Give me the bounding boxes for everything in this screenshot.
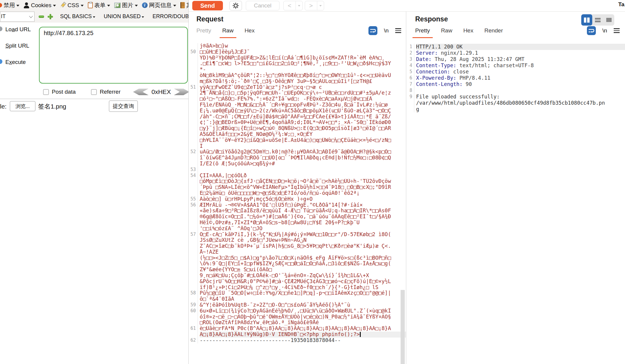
toolbar-item-person[interactable]: Cookies: [24, 2, 56, 9]
toolbar-item-block[interactable]: 禁用: [1, 1, 19, 9]
tab-raw[interactable]: Raw: [438, 27, 455, 38]
hackbar-tab-strip: IT SQL BASICSUNION BASEDERROR/DOUBLE QUE: [0, 10, 188, 23]
toolbar-item-info[interactable]: i网页信息: [142, 1, 176, 9]
tab-render[interactable]: Render: [482, 27, 505, 38]
code-row: ÆIMrÄLù -¬®©V>À$ÂA1°Ó£'□lÙ5f□)úÞgÊ."©LðÓ…: [200, 202, 406, 208]
code-line-rows: yÿÃ□□FwÕÈZ`Ú9¢□ZeT1Ô'à□z"j?sÞ²□cq·□¬æ c2…: [198, 84, 406, 149]
wrap-lines-icon[interactable]: [587, 26, 596, 35]
hackbar-action-load-url[interactable]: Load URL: [5, 26, 31, 33]
toolbar-item-book[interactable]: 其他功能: [180, 1, 188, 9]
response-pretty-content[interactable]: 1HTTP/1.1 200 OK2Server: nginx/1.29.13Da…: [406, 44, 625, 364]
hackbar-menu-item[interactable]: SQL BASICS: [60, 13, 95, 20]
add-tab-icon[interactable]: [48, 14, 53, 19]
tab-hex[interactable]: Hex: [461, 27, 476, 38]
preset-select[interactable]: IT: [0, 12, 35, 22]
toolbar-item-label: CSS: [68, 2, 79, 9]
cancel-button[interactable]: Cancel: [246, 1, 279, 10]
code-row: óî®»z~□ë_□~□ÀÖþ¬þû°□é'ÔWm±ÅY□ÜÕò|v□é□ò□)…: [200, 314, 406, 320]
hackbar-action-execute[interactable]: Execute: [5, 59, 26, 65]
browse-file-button[interactable]: 浏览...: [10, 101, 35, 111]
code-line: 4Content-Type: text/html; charset=UTF-8: [406, 62, 625, 69]
toolbar-item-image[interactable]: 图片: [114, 1, 138, 9]
newline-toggle-icon[interactable]: \n: [602, 27, 607, 34]
next-arrow-label[interactable]: >: [305, 1, 317, 10]
response-header-row: Content-Length: 90: [416, 81, 625, 87]
code-line: 8: [406, 87, 625, 94]
send-button[interactable]: Send: [192, 1, 223, 10]
inspector-header: Send Cancel < >: [189, 0, 625, 12]
tab-raw[interactable]: Raw: [220, 27, 236, 38]
header-value: 90: [462, 81, 472, 87]
response-header-row: Content-Type: text/html; charset=UTF-8: [416, 62, 625, 69]
code-line-rows: HTTP/1.1 200 OK: [414, 44, 625, 50]
code-line: 59&^Y¦ëâÞóîb%ÜqtB-¯z»2Z°□Õ-Ó□"□s£oAG¨åÝ¼…: [189, 302, 406, 308]
line-number: 59: [189, 302, 198, 308]
code-row: 9¸n□áK□Ùu;Ççôþ¯#□LÖÅék-□Õ'¨¾á=ënO¤-ZqÇw\…: [200, 273, 406, 279]
prev-arrow-label[interactable]: <: [284, 1, 296, 10]
newline-toggle-icon[interactable]: \n: [384, 27, 389, 34]
header-name: X-Powered-By:: [416, 75, 456, 81]
code-row: (½□□><J□Z□5□_□$A)□g°p\åo7L□Ó□X¡näÔñ$_eFg…: [200, 255, 406, 261]
settings-button[interactable]: [229, 1, 242, 10]
code-row: ®6g@Æ8õïc¤Ó□□Ì.°□¼ó=*)#[□aÅ6'){©o,¨□ä`úó…: [200, 214, 406, 220]
layout-rows-button[interactable]: [592, 14, 603, 26]
post-data-option[interactable]: Post data: [43, 89, 76, 95]
code-row: Z¥°&æée{YÝÓ□± S□ui(õÀõ□: [200, 267, 406, 273]
header-name: Server:: [416, 50, 438, 56]
next-dropdown[interactable]: [317, 1, 324, 10]
request-raw-content[interactable]: j®ãÃ>b□}w50□□ûH□Ê]ëèµ¾J□ÊJ¯ÝD)%Ð²YþÔNP□Ì…: [189, 43, 406, 364]
code-row: î`ôíwGE^â4JµnD?□ROô´□□ÙÖ[o□`´ÞÔ¶ÏlÃÐðq¡c…: [200, 155, 406, 161]
hex-encode-arrow-icon[interactable]: [174, 88, 188, 96]
url-input[interactable]: [39, 27, 188, 84]
line-number: 53: [189, 167, 198, 173]
code-line: 52uÁü□/Ø□iÝõåô2g2@C5DmÝ□.k0¦n@?ê:µ¥DÁ©ÄJ…: [189, 149, 406, 167]
clipboard-icon: [88, 2, 93, 8]
prev-request-button[interactable]: <: [283, 1, 303, 10]
action-icon: [0, 59, 2, 64]
response-header-row: Connection: close: [416, 69, 625, 75]
code-line: 5Connection: close: [406, 69, 625, 75]
toolbar-item-pencil[interactable]: CSS: [60, 2, 84, 9]
hex-decode-arrow-icon[interactable]: [133, 88, 149, 96]
remove-tab-icon[interactable]: [39, 15, 44, 18]
response-title: Response: [415, 15, 448, 23]
wrap-lines-icon[interactable]: [368, 26, 377, 35]
tab-pretty[interactable]: Pretty: [412, 27, 433, 38]
hackbar-menu-label: SQL BASICS: [60, 13, 92, 20]
code-line: 62-----------------------------193501838…: [189, 338, 406, 343]
referrer-option[interactable]: Referrer: [91, 89, 121, 95]
pane-menu-icon[interactable]: [395, 28, 401, 33]
hex-encoder-label: 0xHEX: [151, 88, 171, 95]
caret-down-icon: [298, 5, 300, 7]
layout-columns-button[interactable]: [581, 14, 592, 26]
toolbar-item-clipboard[interactable]: 表单: [88, 1, 110, 9]
code-line-rows: Server: nginx/1.29.1: [414, 50, 625, 56]
post-data-checkbox[interactable]: [43, 89, 49, 95]
layout-single-button[interactable]: [603, 14, 614, 26]
header-value: text/html; charset=UTF-8: [456, 62, 534, 68]
code-row: Pû½□@□îÙ ¨5Ó□Ô[w÷□îê:Ý%g/X□□ñe1□]P□q]-p¬…: [200, 290, 406, 296]
pane-menu-icon[interactable]: [614, 28, 620, 33]
toolbar-item-label: Cookies: [31, 2, 51, 9]
next-request-button[interactable]: >: [305, 1, 324, 10]
hackbar-menu-item[interactable]: ERROR/DOUBLE QUE: [152, 13, 188, 20]
caret-down-icon: [81, 5, 84, 7]
rows-icon: [595, 18, 601, 22]
book-icon: [180, 2, 185, 8]
prev-dropdown[interactable]: [296, 1, 302, 10]
inspector-panel: Send Cancel < >: [188, 0, 625, 364]
header-value: close: [450, 69, 468, 75]
hackbar-menu-item[interactable]: UNION BASED: [104, 13, 144, 20]
code-line: 1HTTP/1.1 200 OK: [406, 44, 625, 50]
tab-pretty[interactable]: Pretty: [194, 27, 214, 38]
line-number: 62: [189, 338, 198, 343]
request-scrollbar-thumb[interactable]: [401, 290, 405, 364]
response-tabs: PrettyRawHexRender: [415, 27, 503, 38]
submit-upload-button[interactable]: 提交查询: [109, 101, 138, 112]
hackbar-action-split-url[interactable]: Split URL: [5, 43, 29, 49]
tab-hex[interactable]: Hex: [242, 27, 257, 38]
referrer-checkbox[interactable]: [91, 89, 97, 95]
selected-file-name: 签名1.png: [38, 102, 66, 111]
line-number: 5: [406, 69, 414, 75]
request-pane: Request PrettyRawHex \n j®ãÃ>b□}w50□□ûH□…: [189, 12, 406, 364]
